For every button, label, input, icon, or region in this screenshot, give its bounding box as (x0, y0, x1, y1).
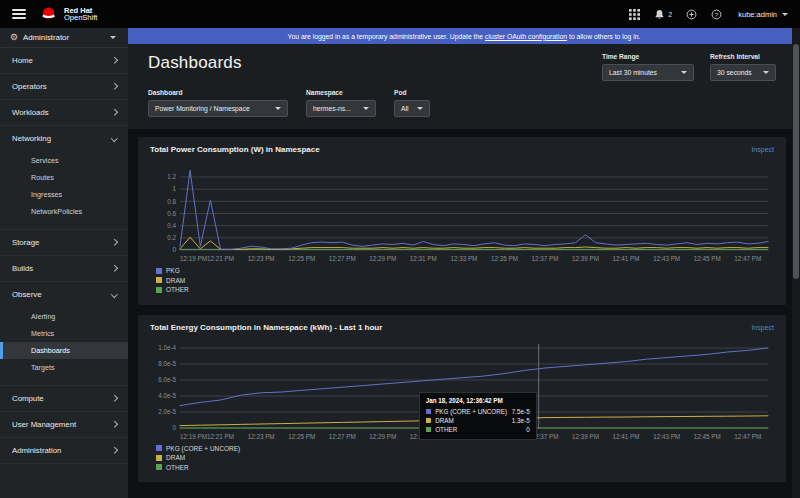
svg-text:12:39 PM: 12:39 PM (572, 255, 599, 262)
brand-line2: OpenShift (64, 14, 97, 22)
dashboard-body: Total Power Consumption (W) in Namespace… (128, 129, 800, 498)
sidebar-item-networking[interactable]: Networking (0, 126, 128, 151)
sidebar-item-observe[interactable]: Observe (0, 282, 128, 307)
sidebar-item-administration[interactable]: Administration (0, 438, 128, 463)
legend-swatch (156, 277, 162, 283)
nav-section-operators: Operators (0, 74, 128, 100)
help-icon[interactable]: ? (711, 9, 722, 20)
svg-text:12:31 PM: 12:31 PM (410, 255, 437, 262)
inspect-link[interactable]: Inspect (751, 146, 774, 153)
tooltip-label: DRAM (435, 416, 508, 425)
import-yaml-plus-icon[interactable] (686, 9, 697, 20)
page-scrollbar (792, 28, 800, 498)
sidebar-item-networkpolicies[interactable]: NetworkPolicies (0, 203, 128, 220)
sidebar-item-operators[interactable]: Operators (0, 74, 128, 99)
tooltip-date: Jan 18, 2024, 12:36:42 PM (426, 397, 530, 404)
svg-text:12:47 PM: 12:47 PM (734, 433, 761, 440)
svg-text:12:37 PM: 12:37 PM (531, 255, 558, 262)
tooltip-swatch (426, 409, 432, 415)
legend-swatch (156, 268, 162, 274)
refresh-interval-select[interactable]: 30 seconds (710, 64, 776, 81)
chevron-right-icon (111, 109, 117, 115)
redhat-fedora-icon (40, 7, 58, 21)
page-title: Dashboards (148, 53, 242, 73)
legend-label: PKG (166, 266, 180, 276)
legend-label: PKG (CORE + UNCORE) (166, 444, 240, 454)
page-header: Dashboards Time Range Last 30 minutes Re… (128, 44, 800, 129)
power-consumption-chart[interactable]: 00.20.40.60.811.212:19 PM12:21 PM12:23 P… (150, 160, 774, 264)
time-range-select[interactable]: Last 30 minutes (602, 64, 694, 81)
tooltip-label: OTHER (435, 425, 522, 434)
power-consumption-card: Total Power Consumption (W) in Namespace… (138, 137, 786, 305)
nav-section-networking: NetworkingServicesRoutesIngressesNetwork… (0, 126, 128, 230)
chevron-right-icon (111, 83, 117, 89)
svg-text:8.0e-5: 8.0e-5 (158, 360, 176, 367)
chevron-right-icon (111, 57, 117, 63)
sidebar-item-label: Builds (12, 264, 33, 273)
energy-consumption-chart[interactable]: 02.0e-54.0e-56.0e-58.0e-51.0e-412:19 PM1… (150, 338, 774, 442)
nav-children-networking: ServicesRoutesIngressesNetworkPolicies (0, 151, 128, 229)
chevron-down-icon (275, 107, 281, 110)
chevron-down-icon (111, 291, 117, 297)
svg-text:12:23 PM: 12:23 PM (248, 433, 275, 440)
svg-text:12:39 PM: 12:39 PM (572, 433, 599, 440)
dashboard-filter-label: Dashboard (148, 89, 288, 96)
svg-text:0.6: 0.6 (167, 210, 176, 217)
sidebar-item-services[interactable]: Services (0, 152, 128, 169)
sidebar-item-builds[interactable]: Builds (0, 256, 128, 281)
svg-text:0.8: 0.8 (167, 198, 176, 205)
sidebar-item-user-management[interactable]: User Management (0, 412, 128, 437)
svg-text:12:25 PM: 12:25 PM (288, 433, 315, 440)
sidebar-item-compute[interactable]: Compute (0, 386, 128, 411)
user-menu[interactable]: kube:admin (738, 10, 788, 19)
nav-section-storage: Storage (0, 230, 128, 256)
svg-text:12:19 PM: 12:19 PM (180, 255, 207, 262)
sidebar-item-routes[interactable]: Routes (0, 169, 128, 186)
sidebar-item-workloads[interactable]: Workloads (0, 100, 128, 125)
svg-text:12:33 PM: 12:33 PM (450, 255, 477, 262)
sidebar-item-label: Home (12, 56, 33, 65)
pod-select-value: All (401, 105, 409, 112)
sidebar-item-label: Storage (12, 238, 39, 247)
scrollbar-thumb[interactable] (793, 44, 799, 279)
sidebar-item-targets[interactable]: Targets (0, 359, 128, 376)
perspective-switcher[interactable]: ⚙ Administrator (0, 28, 128, 48)
sidebar: ⚙ Administrator HomeOperatorsWorkloadsNe… (0, 28, 128, 498)
gear-icon: ⚙ (10, 33, 18, 42)
pod-select[interactable]: All (394, 100, 430, 117)
nav-section-builds: Builds (0, 256, 128, 282)
namespace-select-value: hermes-ns... (313, 105, 351, 112)
refresh-interval-label: Refresh Interval (710, 53, 776, 60)
sidebar-item-metrics[interactable]: Metrics (0, 325, 128, 342)
banner-text-before: You are logged in as a temporary adminis… (288, 33, 483, 40)
oauth-config-link[interactable]: cluster OAuth configuration (485, 33, 567, 40)
sidebar-item-label: User Management (12, 420, 76, 429)
svg-text:12:43 PM: 12:43 PM (653, 255, 680, 262)
sidebar-item-alerting[interactable]: Alerting (0, 308, 128, 325)
legend-item-pkg-core-uncore: PKG (CORE + UNCORE) (156, 444, 774, 454)
sidebar-item-dashboards[interactable]: Dashboards (0, 342, 128, 359)
dashboard-select[interactable]: Power Monitoring / Namespace (148, 100, 288, 117)
nav-toggle-icon[interactable] (12, 9, 26, 19)
sidebar-item-storage[interactable]: Storage (0, 230, 128, 255)
tooltip-row-dram: DRAM1.3e-5 (426, 416, 530, 425)
chart-legend: PKGDRAMOTHER (150, 266, 774, 295)
tooltip-swatch (426, 427, 432, 433)
sidebar-item-home[interactable]: Home (0, 48, 128, 73)
chart-title: Total Power Consumption (W) in Namespace (150, 145, 320, 154)
notification-count: 2 (668, 11, 672, 18)
nav-section-observe: ObserveAlertingMetricsDashboardsTargets (0, 282, 128, 386)
nav-children-observe: AlertingMetricsDashboardsTargets (0, 307, 128, 385)
sidebar-item-ingresses[interactable]: Ingresses (0, 186, 128, 203)
nav-section-user-management: User Management (0, 412, 128, 438)
namespace-select[interactable]: hermes-ns... (306, 100, 376, 117)
svg-text:12:21 PM: 12:21 PM (207, 255, 234, 262)
svg-text:0: 0 (172, 424, 176, 431)
notifications-bell-icon[interactable]: 2 (654, 9, 672, 20)
app-launcher-icon[interactable] (629, 9, 640, 20)
inspect-link[interactable]: Inspect (751, 324, 774, 331)
legend-item-dram: DRAM (156, 453, 774, 463)
chevron-down-icon (681, 71, 687, 74)
temp-admin-banner: You are logged in as a temporary adminis… (128, 28, 800, 44)
svg-text:12:35 PM: 12:35 PM (491, 255, 518, 262)
